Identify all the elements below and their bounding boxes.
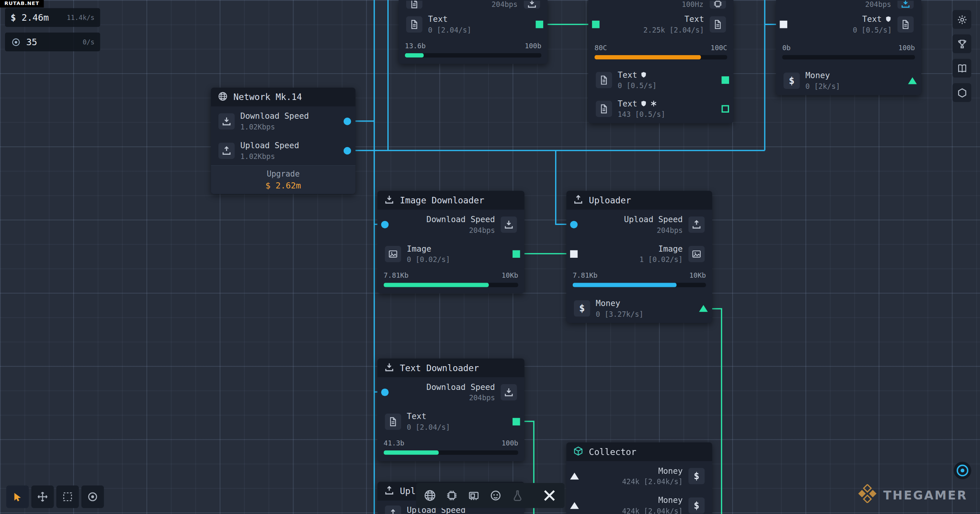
port-text-output[interactable] bbox=[513, 417, 520, 425]
dollar-icon: $ bbox=[574, 300, 590, 316]
row-label: Money bbox=[596, 298, 643, 308]
port-text-output[interactable] bbox=[721, 76, 729, 84]
cursor-tool-button[interactable] bbox=[6, 486, 29, 508]
file-icon bbox=[406, 1, 422, 9]
publisher-name: THEGAMER bbox=[883, 488, 967, 502]
progress-min: 80C bbox=[595, 44, 607, 52]
node-header[interactable]: Text Downloader bbox=[377, 358, 524, 377]
row-value: 0 [0.5/s] bbox=[618, 81, 657, 90]
port-speed-input[interactable] bbox=[381, 388, 389, 396]
rate-value: 204bps bbox=[492, 0, 518, 9]
node-text-downloader-top[interactable]: 204bps Text 0 [2.04/s] 13.6b 100b bbox=[399, 0, 548, 64]
row-download-speed: Download Speed 204bps bbox=[377, 377, 524, 407]
chip-icon[interactable] bbox=[446, 489, 458, 502]
node-title: Network Mk.14 bbox=[233, 92, 302, 102]
row-value: 424k [2.04k/s] bbox=[622, 477, 683, 486]
upload-icon bbox=[573, 194, 583, 206]
row-text: Text 0 [2.04/s] bbox=[399, 10, 548, 39]
port-money-input[interactable] bbox=[570, 502, 579, 509]
download-icon bbox=[384, 194, 394, 206]
node-uploader[interactable]: Uploader Upload Speed 204bps Image 1 [0.… bbox=[566, 191, 712, 323]
edit-toolbar bbox=[6, 486, 104, 508]
views-rate: 0/s bbox=[83, 38, 95, 46]
node-network-mk14[interactable]: Network Mk.14 Download Speed 1.02Kbps Up… bbox=[211, 88, 355, 194]
port-text-output-unconnected[interactable] bbox=[721, 105, 729, 113]
settings-button[interactable] bbox=[952, 10, 971, 29]
radar-button[interactable] bbox=[954, 462, 971, 480]
port-upload-output[interactable] bbox=[344, 147, 351, 154]
row-label: Text bbox=[407, 411, 450, 421]
port-money-output[interactable] bbox=[699, 305, 708, 312]
row-image: Image 0 [0.02/s] bbox=[377, 239, 524, 268]
globe-icon[interactable] bbox=[424, 489, 436, 502]
progress-min: 41.3b bbox=[383, 439, 404, 447]
encyclopedia-button[interactable] bbox=[952, 59, 971, 78]
node-text-downloader[interactable]: Text Downloader Download Speed 204bps Te… bbox=[377, 358, 524, 461]
port-text-input[interactable] bbox=[592, 21, 600, 28]
shield-icon bbox=[885, 16, 892, 23]
port-money-output[interactable] bbox=[908, 77, 917, 84]
node-cut-row: 204bps bbox=[776, 0, 921, 10]
row-value: 204bps bbox=[469, 226, 495, 234]
row-value: 1 [0.02/s] bbox=[639, 255, 683, 264]
marquee-tool-button[interactable] bbox=[56, 486, 79, 508]
port-text-output[interactable] bbox=[536, 21, 543, 28]
upload-icon bbox=[385, 506, 401, 514]
row-label: Text bbox=[685, 15, 704, 24]
image-icon bbox=[688, 246, 705, 262]
download-icon bbox=[501, 384, 517, 400]
node-image-downloader[interactable]: Image Downloader Download Speed 204bps I… bbox=[377, 191, 524, 293]
node-collector[interactable]: Collector Money 424k [2.04k/s] $ Money 4… bbox=[566, 442, 712, 514]
file-icon bbox=[897, 16, 913, 32]
port-image-output[interactable] bbox=[513, 250, 520, 258]
node-uploader-top[interactable]: 204bps Text 0 [0.5/s] 0b bbox=[776, 0, 921, 95]
progress-max: 10Kb bbox=[689, 272, 706, 280]
inventory-button[interactable] bbox=[952, 83, 971, 102]
port-image-input[interactable] bbox=[570, 250, 578, 258]
row-value: 0 [0.5/s] bbox=[853, 26, 892, 34]
right-toolbar bbox=[952, 10, 971, 102]
progress-max: 10Kb bbox=[501, 272, 518, 280]
row-text-output-2: Text 143 [0.5/s] bbox=[588, 95, 733, 123]
resource-hud: $ 2.46m 11.4k/s 35 0/s bbox=[5, 8, 100, 51]
daemon-icon[interactable] bbox=[489, 489, 502, 502]
upgrade-button[interactable]: Upgrade $ 2.62m bbox=[211, 165, 355, 194]
node-title: Image Downloader bbox=[400, 195, 484, 205]
row-label: Text bbox=[428, 15, 471, 24]
node-header[interactable]: Image Downloader bbox=[377, 191, 524, 210]
game-canvas[interactable]: 204bps Text 0 [2.04/s] 13.6b 100b bbox=[0, 0, 980, 514]
flask-icon[interactable] bbox=[511, 489, 524, 502]
node-header[interactable]: Network Mk.14 bbox=[211, 88, 355, 106]
download-icon bbox=[218, 113, 234, 129]
shield-icon bbox=[641, 71, 647, 78]
upgrade-price: 2.62m bbox=[275, 180, 301, 190]
circle-tool-button[interactable] bbox=[81, 486, 104, 508]
progress-fill bbox=[595, 55, 701, 59]
crossed-tools-icon[interactable] bbox=[542, 488, 557, 503]
file-icon bbox=[596, 101, 612, 117]
progress-fill bbox=[405, 53, 423, 57]
port-speed-input[interactable] bbox=[570, 221, 578, 228]
row-money: $ Money 0 [3.27k/s] bbox=[566, 293, 712, 323]
node-title: Text Downloader bbox=[400, 363, 479, 373]
node-header[interactable]: Collector bbox=[566, 442, 712, 461]
row-text: Text 0 [2.04/s] bbox=[377, 407, 524, 436]
port-download-output[interactable] bbox=[344, 117, 351, 125]
upload-icon bbox=[218, 142, 234, 159]
node-header[interactable]: Uploader bbox=[566, 191, 712, 210]
achievements-button[interactable] bbox=[952, 34, 971, 53]
port-speed-input[interactable] bbox=[381, 221, 389, 228]
node-cut-row: 100Hz bbox=[588, 0, 733, 10]
hud-money: $ 2.46m 11.4k/s bbox=[5, 8, 100, 27]
port-text-input[interactable] bbox=[780, 21, 787, 28]
node-cpu-top[interactable]: 100Hz Text 2.25k [2.04/s] 80C 100C bbox=[588, 0, 733, 123]
gpu-icon[interactable] bbox=[467, 489, 480, 502]
site-watermark: RUTAB.NET bbox=[0, 0, 44, 8]
buffer-progress: 41.3b 100b bbox=[377, 436, 524, 461]
views-value: 35 bbox=[26, 37, 38, 47]
node-title: Collector bbox=[589, 447, 636, 457]
row-text-input: Text 0 [0.5/s] bbox=[776, 10, 921, 39]
move-tool-button[interactable] bbox=[31, 486, 54, 508]
row-money: $ Money 0 [2k/s] bbox=[776, 66, 921, 95]
port-money-input[interactable] bbox=[570, 472, 579, 479]
